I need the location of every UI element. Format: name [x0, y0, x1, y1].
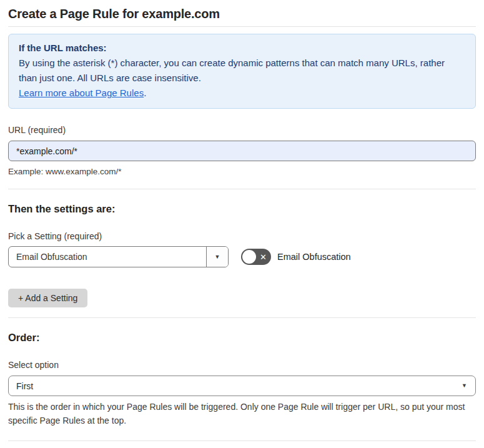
learn-more-link[interactable]: Learn more about Page Rules [19, 87, 144, 98]
title-divider [8, 26, 476, 27]
settings-section-heading: Then the settings are: [8, 202, 476, 215]
order-select-label: Select option [8, 360, 476, 371]
order-select-value: First [16, 381, 33, 391]
toggle-knob [242, 250, 256, 264]
info-box-body: By using the asterisk (*) character, you… [19, 56, 465, 86]
order-section-heading: Order: [8, 331, 476, 344]
toggle-off-x-icon: ✕ [260, 253, 267, 261]
setting-dropdown-value: Email Obfuscation [9, 247, 206, 267]
settings-section-divider [8, 317, 476, 318]
order-helper-text: This is the order in which your Page Rul… [8, 400, 476, 427]
add-setting-button[interactable]: + Add a Setting [8, 289, 87, 307]
page-rule-form: Create a Page Rule for example.com If th… [0, 6, 484, 448]
page-title: Create a Page Rule for example.com [8, 6, 476, 21]
url-input[interactable] [8, 141, 476, 161]
setting-dropdown[interactable]: Email Obfuscation ▼ [8, 246, 229, 267]
email-obfuscation-toggle[interactable]: ✕ [241, 249, 271, 265]
url-section-divider [8, 189, 476, 189]
url-match-info-box: If the URL matches: By using the asteris… [8, 34, 476, 109]
url-example-helper: Example: www.example.com/* [8, 166, 476, 178]
chevron-down-icon: ▼ [462, 383, 467, 389]
url-field-label: URL (required) [8, 125, 476, 136]
toggle-label: Email Obfuscation [277, 252, 351, 262]
info-box-heading: If the URL matches: [19, 41, 465, 56]
setting-row: Email Obfuscation ▼ ✕ Email Obfuscation [8, 246, 476, 267]
order-select[interactable]: First ▼ [8, 376, 476, 396]
footer-divider [8, 441, 476, 441]
link-period: . [144, 87, 146, 98]
chevron-down-icon: ▼ [215, 254, 220, 260]
info-box-link-line: Learn more about Page Rules. [19, 86, 465, 101]
setting-dropdown-caret-button[interactable]: ▼ [206, 247, 228, 267]
pick-setting-label: Pick a Setting (required) [8, 231, 476, 242]
